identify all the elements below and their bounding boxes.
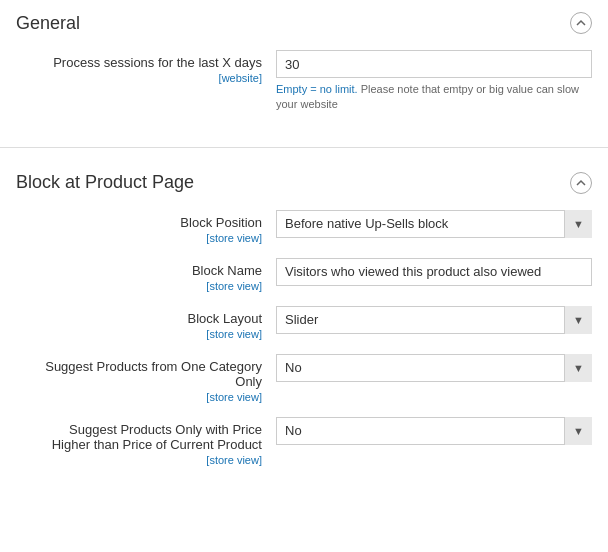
block-product-section-header: Block at Product Page [16,172,592,194]
block-layout-scope: [store view] [16,328,262,340]
process-sessions-scope: [website] [16,72,262,84]
block-layout-select-wrapper: Slider Grid List ▼ [276,306,592,334]
block-name-label: Block Name [16,263,262,278]
suggest-higher-price-row: Suggest Products Only with Price Higher … [16,417,592,466]
suggest-one-category-row: Suggest Products from One Category Only … [16,354,592,403]
block-position-select[interactable]: Before native Up-Sells block After nativ… [276,210,592,238]
process-sessions-hint: Empty = no limit. Please note that emtpy… [276,82,592,113]
block-product-page-section: Block at Product Page Block Position [st… [0,160,608,496]
suggest-higher-price-select-wrapper: No Yes ▼ [276,417,592,445]
block-position-label: Block Position [16,215,262,230]
process-sessions-label-col: Process sessions for the last X days [we… [16,50,276,84]
suggest-higher-price-control: No Yes ▼ [276,417,592,445]
block-position-select-wrapper: Before native Up-Sells block After nativ… [276,210,592,238]
suggest-higher-price-label: Suggest Products Only with Price Higher … [16,422,262,452]
block-name-label-col: Block Name [store view] [16,258,276,292]
block-layout-control: Slider Grid List ▼ [276,306,592,334]
suggest-one-category-control: No Yes ▼ [276,354,592,382]
block-product-collapse-button[interactable] [570,172,592,194]
suggest-one-category-scope: [store view] [16,391,262,403]
block-position-scope: [store view] [16,232,262,244]
block-name-input[interactable] [276,258,592,286]
block-layout-row: Block Layout [store view] Slider Grid Li… [16,306,592,340]
general-section: General Process sessions for the last X … [0,0,608,143]
block-layout-select[interactable]: Slider Grid List [276,306,592,334]
suggest-one-category-label: Suggest Products from One Category Only [16,359,262,389]
general-collapse-button[interactable] [570,12,592,34]
general-title: General [16,13,80,34]
block-name-row: Block Name [store view] [16,258,592,292]
block-layout-label-col: Block Layout [store view] [16,306,276,340]
chevron-up-icon-2 [575,177,587,189]
process-sessions-control: Empty = no limit. Please note that emtpy… [276,50,592,113]
suggest-higher-price-select[interactable]: No Yes [276,417,592,445]
block-product-title: Block at Product Page [16,172,194,193]
block-layout-label: Block Layout [16,311,262,326]
section-divider [0,147,608,148]
block-name-scope: [store view] [16,280,262,292]
suggest-one-category-label-col: Suggest Products from One Category Only … [16,354,276,403]
block-position-label-col: Block Position [store view] [16,210,276,244]
process-sessions-input[interactable] [276,50,592,78]
block-name-control [276,258,592,286]
block-position-row: Block Position [store view] Before nativ… [16,210,592,244]
process-sessions-label: Process sessions for the last X days [16,55,262,70]
chevron-up-icon [575,17,587,29]
suggest-one-category-select[interactable]: No Yes [276,354,592,382]
suggest-higher-price-label-col: Suggest Products Only with Price Higher … [16,417,276,466]
general-section-header: General [16,12,592,34]
process-sessions-row: Process sessions for the last X days [we… [16,50,592,113]
block-position-control: Before native Up-Sells block After nativ… [276,210,592,238]
hint-colored: Empty = no limit. [276,83,358,95]
suggest-higher-price-scope: [store view] [16,454,262,466]
suggest-one-category-select-wrapper: No Yes ▼ [276,354,592,382]
